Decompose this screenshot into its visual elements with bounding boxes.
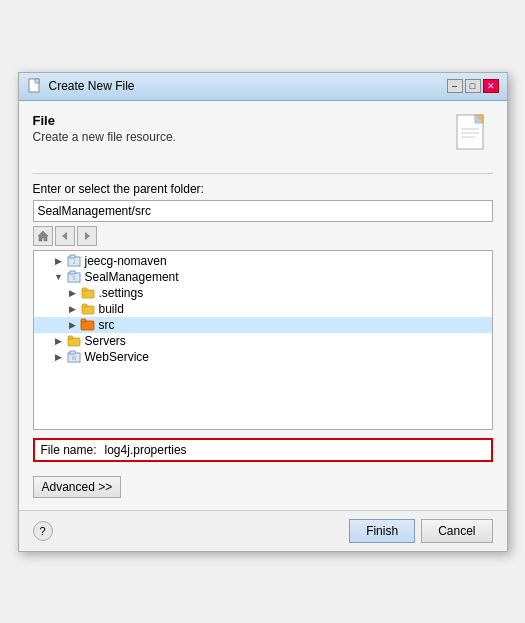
tree-label-jeecg: jeecg-nomaven [85,254,167,268]
tree-label-src: src [99,318,115,332]
tree-item-webservice[interactable]: ▶ W WebService [34,349,492,365]
tree-item-settings[interactable]: ▶ .settings [34,285,492,301]
toggle-sealmanagement: ▼ [52,270,66,284]
close-button[interactable]: ✕ [483,79,499,93]
svg-rect-24 [81,319,86,322]
tree-item-servers[interactable]: ▶ Servers [34,333,492,349]
tree-item-build[interactable]: ▶ build [34,301,492,317]
tree-label-sealmanagement: SealManagement [85,270,179,284]
section-subtitle: Create a new file resource. [33,130,176,144]
file-tree[interactable]: ▶ J jeecg-nomaven ▼ S [33,250,493,430]
filename-label: File name: [41,443,97,457]
minimize-button[interactable]: – [447,79,463,93]
header-separator [33,173,493,174]
svg-marker-11 [62,232,67,240]
folder-path-input[interactable] [33,200,493,222]
toggle-build: ▶ [66,302,80,316]
tree-label-servers: Servers [85,334,126,348]
tree-label-webservice: WebService [85,350,149,364]
file-decoration-icon [455,113,493,159]
advanced-button[interactable]: Advanced >> [33,476,122,498]
svg-text:W: W [71,355,76,361]
dialog-body: File Create a new file resource. Enter o… [19,101,507,510]
tree-item-jeecg[interactable]: ▶ J jeecg-nomaven [34,253,492,269]
finish-button[interactable]: Finish [349,519,415,543]
svg-rect-20 [82,288,87,291]
toggle-jeecg: ▶ [52,254,66,268]
folder-icon-build [80,302,96,316]
toggle-settings: ▶ [66,286,80,300]
forward-icon [81,230,93,242]
toggle-servers: ▶ [52,334,66,348]
folder-icon-src [80,318,96,332]
filename-row: File name: [33,438,493,462]
section-title: File [33,113,176,128]
svg-rect-22 [82,304,87,307]
help-button[interactable]: ? [33,521,53,541]
project-icon-jeecg: J [66,254,82,268]
title-controls: – □ ✕ [447,79,499,93]
footer-buttons: Finish Cancel [349,519,492,543]
forward-button[interactable] [77,226,97,246]
svg-rect-14 [70,255,75,258]
folder-label: Enter or select the parent folder: [33,182,493,196]
tree-label-settings: .settings [99,286,144,300]
project-icon-webservice: W [66,350,82,364]
cancel-button[interactable]: Cancel [421,519,492,543]
folder-icon-servers [66,334,82,348]
folder-icon-settings [80,286,96,300]
svg-rect-17 [70,271,75,274]
tree-item-src[interactable]: ▶ src [34,317,492,333]
svg-marker-12 [85,232,90,240]
svg-rect-26 [68,336,73,339]
back-button[interactable] [55,226,75,246]
home-icon [37,230,49,242]
svg-marker-10 [38,231,48,241]
filename-input[interactable] [105,443,485,457]
svg-rect-28 [70,351,75,354]
tree-label-build: build [99,302,124,316]
toggle-webservice: ▶ [52,350,66,364]
section-header: File Create a new file resource. [33,113,493,159]
tree-item-sealmanagement[interactable]: ▼ S SealManagement [34,269,492,285]
dialog-footer: ? Finish Cancel [19,510,507,551]
create-new-file-dialog: Create New File – □ ✕ File Create a new … [18,72,508,552]
title-bar: Create New File – □ ✕ [19,73,507,101]
home-button[interactable] [33,226,53,246]
dialog-title-icon [27,78,43,94]
project-icon-sealmanagement: S [66,270,82,284]
dialog-title: Create New File [49,79,135,93]
toggle-src: ▶ [66,318,80,332]
maximize-button[interactable]: □ [465,79,481,93]
back-icon [59,230,71,242]
tree-toolbar [33,226,493,246]
